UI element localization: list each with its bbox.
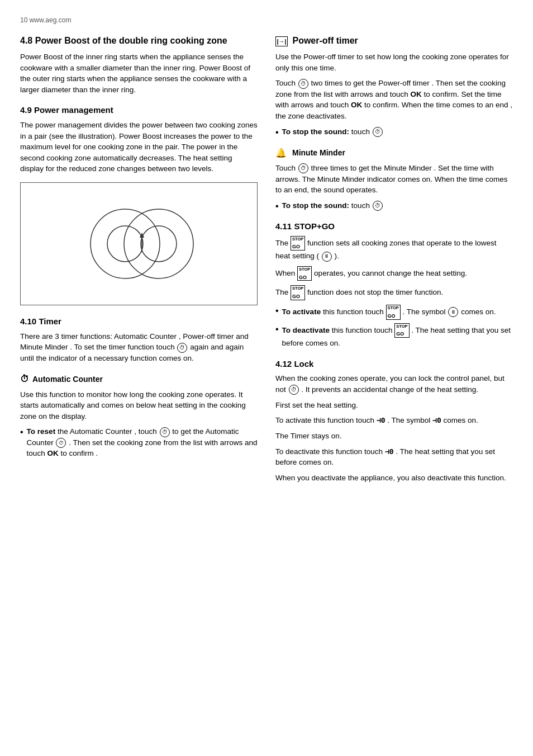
minute-minder-touch-icon: ⏱ <box>298 163 308 173</box>
lock-symbol-2: ⊣0 <box>432 415 441 426</box>
page-number-site: 10 www.aeg.com <box>20 16 71 24</box>
section-410-body: There are 3 timer functions: Automatic C… <box>20 331 258 364</box>
top-bar: 10 www.aeg.com <box>20 16 513 25</box>
svg-point-2 <box>124 209 193 278</box>
arrow-icon: |→| <box>275 36 288 46</box>
touch-icon-1: ⏱ <box>298 79 308 89</box>
power-off-timer: |→| Power-off timer Use the Power-off ti… <box>275 35 513 137</box>
section-412-body3: To activate this function touch ⊣0 . The… <box>275 415 513 426</box>
stop-go-icon-1: STOPGO <box>291 236 305 251</box>
section-411-bullet1: • To activate this function touch STOPGO… <box>275 305 513 320</box>
minute-minder-body: Touch ⏱ three times to get the Minute Mi… <box>275 163 513 196</box>
section-411-body1: The STOPGO function sets all cooking zon… <box>275 236 513 262</box>
section-412-body2: First set the heat setting. <box>275 400 513 411</box>
power-off-body2: Touch ⏱ two times to get the Power-off t… <box>275 78 513 121</box>
automatic-counter: ⏱ Automatic Counter Use this function to… <box>20 372 258 459</box>
right-column: |→| Power-off timer Use the Power-off ti… <box>275 35 513 740</box>
section-48: 4.8 Power Boost of the double ring cooki… <box>20 35 258 95</box>
main-content: 4.8 Power Boost of the double ring cooki… <box>20 35 513 740</box>
minute-minder: 🔔 Minute Minder Touch ⏱ three times to g… <box>275 147 513 211</box>
svg-point-0 <box>91 209 160 278</box>
power-off-title: |→| Power-off timer <box>275 35 513 47</box>
lock-symbol-1: ⊣0 <box>377 415 386 426</box>
section-412-body5: To deactivate this function touch ⊣0 . T… <box>275 446 513 468</box>
minute-stop-icon: ⏱ <box>373 201 383 211</box>
left-column: 4.8 Power Boost of the double ring cooki… <box>20 35 258 740</box>
power-off-body1: Use the Power-off timer to set how long … <box>275 51 513 73</box>
auto-counter-bullet: • To reset the Automatic Counter , touch… <box>20 426 258 459</box>
section-48-body: Power Boost of the inner ring starts whe… <box>20 51 258 95</box>
svg-point-1 <box>107 226 143 262</box>
stop-sound-icon: ⏱ <box>373 127 383 137</box>
section-410: 4.10 Timer There are 3 timer functions: … <box>20 315 258 363</box>
section-411-title: 4.11 STOP+GO <box>275 220 513 233</box>
lock-touch-icon: ⏱ <box>289 385 299 395</box>
timer-touch-icon: ⏱ <box>160 427 170 437</box>
stop-go-icon-2: STOPGO <box>297 266 312 281</box>
automatic-counter-title: ⏱ Automatic Counter <box>20 372 258 385</box>
section-49-body: The power management divides the power b… <box>20 120 258 174</box>
auto-counter-body: Use this function to monitor how long th… <box>20 389 258 422</box>
page: 10 www.aeg.com 4.8 Power Boost of the do… <box>0 0 533 756</box>
section-412-body1: When the cooking zones operate, you can … <box>275 373 513 395</box>
pause-icon: ⏸ <box>322 252 332 262</box>
stop-go-icon-3: STOPGO <box>291 285 305 300</box>
power-management-diagram <box>20 182 258 305</box>
section-48-title: 4.8 Power Boost of the double ring cooki… <box>20 35 258 47</box>
pause-icon-2: ⏸ <box>448 307 458 317</box>
power-off-bullet: • To stop the sound: touch ⏱ <box>275 126 513 138</box>
section-412-body4: The Timer stays on. <box>275 431 513 442</box>
stop-go-icon-4: STOPGO <box>386 305 401 320</box>
minute-minder-title: 🔔 Minute Minder <box>275 147 513 159</box>
section-412-title: 4.12 Lock <box>275 358 513 370</box>
auto-counter-symbol: ⏱ <box>56 438 66 448</box>
section-411: 4.11 STOP+GO The STOPGO function sets al… <box>275 220 513 349</box>
section-410-title: 4.10 Timer <box>20 315 258 328</box>
svg-point-3 <box>141 226 177 262</box>
minute-minder-bullet: • To stop the sound: touch ⏱ <box>275 200 513 211</box>
section-412: 4.12 Lock When the cooking zones operate… <box>275 358 513 484</box>
section-49-title: 4.9 Power management <box>20 104 258 116</box>
section-49: 4.9 Power management The power managemen… <box>20 104 258 174</box>
stop-go-icon-5: STOPGO <box>394 323 409 338</box>
lock-symbol-3: ⊣0 <box>385 447 394 457</box>
section-412-body6: When you deactivate the appliance, you a… <box>275 472 513 484</box>
section-411-body2: When STOPGO operates, you cannot change … <box>275 266 513 281</box>
timer-icon-inline: ⏱ <box>177 343 187 353</box>
auto-counter-icon: ⏱ <box>20 372 29 385</box>
section-411-body3: The STOPGO function does not stop the ti… <box>275 285 513 300</box>
bell-icon: 🔔 <box>275 147 287 159</box>
section-411-bullet2: • To deactivate this function touch STOP… <box>275 323 513 349</box>
